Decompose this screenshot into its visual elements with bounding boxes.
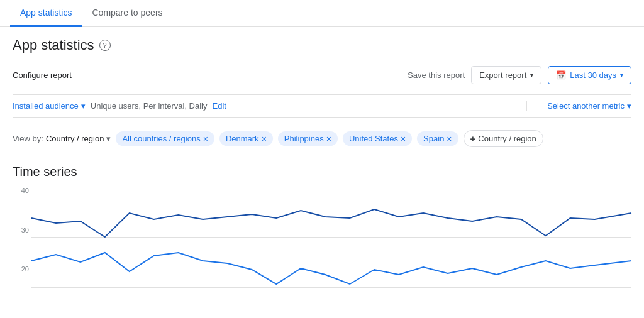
chip-united-states-close-icon[interactable]: × bbox=[401, 134, 406, 143]
add-country-button[interactable]: + Country / region bbox=[464, 130, 543, 147]
configure-actions: Save this report Export report ▾ 📅 Last … bbox=[408, 66, 631, 84]
select-another-metric-label: Select another metric bbox=[547, 101, 625, 111]
page-title: App statistics bbox=[13, 37, 94, 53]
line-chart bbox=[31, 187, 631, 312]
date-range-button[interactable]: 📅 Last 30 days ▾ bbox=[548, 66, 631, 84]
metric-left: Installed audience ▾ Unique users, Per i… bbox=[13, 101, 527, 111]
chip-united-states-label: United States bbox=[349, 134, 398, 143]
installed-audience-dropdown[interactable]: Installed audience ▾ bbox=[13, 101, 86, 111]
chip-philippines: Philippines × bbox=[278, 131, 338, 146]
export-report-button[interactable]: Export report ▾ bbox=[471, 66, 541, 84]
chip-all-countries-close-icon[interactable]: × bbox=[203, 134, 208, 143]
date-range-chevron-icon: ▾ bbox=[620, 72, 623, 79]
export-report-chevron-icon: ▾ bbox=[530, 72, 533, 79]
y-label-20: 20 bbox=[21, 265, 29, 273]
save-report-label: Save this report bbox=[408, 70, 465, 80]
chip-philippines-label: Philippines bbox=[284, 134, 324, 143]
chip-united-states: United States × bbox=[343, 131, 412, 146]
tabs-bar: App statistics Compare to peers bbox=[0, 0, 644, 27]
filter-row: View by: Country / region ▾ All countrie… bbox=[13, 125, 631, 155]
metric-description: Unique users, Per interval, Daily bbox=[91, 101, 208, 111]
y-axis: 40 30 20 0 bbox=[13, 187, 31, 312]
view-by-chevron-icon: ▾ bbox=[106, 134, 111, 143]
chip-denmark: Denmark × bbox=[219, 131, 273, 146]
chip-denmark-close-icon[interactable]: × bbox=[262, 134, 267, 143]
series-1-line bbox=[31, 209, 631, 237]
export-report-label: Export report bbox=[479, 70, 526, 80]
tab-compare-to-peers[interactable]: Compare to peers bbox=[82, 0, 172, 27]
chip-denmark-label: Denmark bbox=[226, 134, 259, 143]
installed-audience-chevron-icon: ▾ bbox=[81, 101, 86, 111]
select-another-metric-dropdown[interactable]: Select another metric ▾ bbox=[547, 101, 631, 111]
view-by-dropdown[interactable]: View by: Country / region ▾ bbox=[13, 134, 111, 143]
chart-area: 40 30 20 0 bbox=[13, 187, 631, 312]
calendar-icon: 📅 bbox=[556, 70, 566, 80]
chip-spain: Spain × bbox=[417, 131, 458, 146]
chip-spain-label: Spain bbox=[423, 134, 444, 143]
metric-right: Select another metric ▾ bbox=[535, 101, 631, 111]
chip-all-countries-label: All countries / regions bbox=[122, 134, 200, 143]
metric-row: Installed audience ▾ Unique users, Per i… bbox=[13, 94, 631, 118]
select-metric-chevron-icon: ▾ bbox=[627, 101, 631, 111]
tab-app-statistics[interactable]: App statistics bbox=[10, 0, 82, 27]
chip-philippines-close-icon[interactable]: × bbox=[326, 134, 331, 143]
view-by-value: Country / region bbox=[46, 134, 104, 143]
help-icon[interactable]: ? bbox=[99, 40, 111, 51]
configure-label: Configure report bbox=[13, 70, 72, 80]
configure-row: Configure report Save this report Export… bbox=[13, 66, 631, 84]
chip-all-countries: All countries / regions × bbox=[116, 131, 214, 146]
edit-metric-button[interactable]: Edit bbox=[213, 101, 226, 111]
add-country-plus-icon: + bbox=[470, 133, 476, 144]
page-content: App statistics ? Configure report Save t… bbox=[0, 27, 644, 318]
installed-audience-label: Installed audience bbox=[13, 101, 79, 111]
chip-spain-close-icon[interactable]: × bbox=[447, 134, 452, 143]
view-by-label: View by: bbox=[13, 134, 43, 143]
y-label-30: 30 bbox=[21, 226, 29, 234]
y-label-40: 40 bbox=[21, 187, 29, 194]
date-range-label: Last 30 days bbox=[570, 70, 616, 80]
time-series-title: Time series bbox=[13, 165, 631, 179]
page-title-row: App statistics ? bbox=[13, 37, 631, 53]
add-country-label: Country / region bbox=[478, 134, 536, 143]
series-2-line bbox=[31, 253, 631, 284]
